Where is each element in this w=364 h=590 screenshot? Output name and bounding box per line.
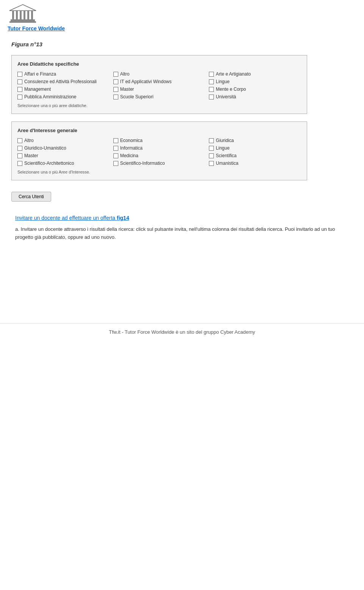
list-item: Pubblica Amministrazione	[17, 94, 110, 99]
svg-rect-2	[16, 11, 18, 19]
checkbox-master2[interactable]	[17, 153, 22, 158]
checkbox-label: Giuridico-Umanistico	[24, 145, 66, 151]
footer: Tfw.it - Tutor Force Worldwide è un sito…	[0, 323, 364, 341]
svg-rect-1	[12, 11, 14, 19]
logo-container: Tutor Force Worldwide	[8, 4, 356, 32]
checkbox-label: Lingue	[216, 145, 229, 151]
list-item: Scientifico-Informatico	[113, 161, 206, 166]
header: Tutor Force Worldwide	[0, 0, 364, 35]
list-item: Arte e Artigianato	[209, 71, 301, 77]
invite-section: Invitare un docente ad effettuare un off…	[11, 215, 353, 241]
checkbox-label: Informatica	[120, 145, 143, 151]
page-content: Figura n°13 Aree Didattiche specifiche A…	[0, 35, 364, 247]
list-item: Master	[17, 153, 110, 158]
checkbox-label: Economica	[120, 138, 143, 143]
checkbox-label: Scuole Superiori	[120, 94, 154, 99]
hint-didattiche: Selezionare una o più aree didattiche.	[17, 103, 301, 108]
checkbox-informatica[interactable]	[113, 146, 118, 151]
list-item: Consulenze ed Attività Professionali	[17, 79, 110, 84]
checkbox-management[interactable]	[17, 87, 22, 92]
checkbox-it[interactable]	[113, 79, 118, 84]
section-interesse: Aree d'Interesse generale Altro Economic…	[11, 121, 307, 180]
checkbox-scientifico-inf[interactable]	[113, 161, 118, 166]
checkbox-label: Altro	[24, 138, 34, 143]
checkbox-grid-interesse: Altro Economica Giuridica Giuridico-Uman…	[17, 138, 301, 166]
checkbox-label: Università	[216, 94, 236, 99]
checkbox-affari[interactable]	[17, 72, 22, 77]
checkbox-altro2[interactable]	[17, 138, 22, 143]
list-item: Management	[17, 87, 110, 92]
list-item: Scuole Superiori	[113, 94, 206, 99]
list-item: Master	[113, 87, 206, 92]
list-item: Altro	[17, 138, 110, 143]
list-item: Mente e Corpo	[209, 87, 301, 92]
list-item: Università	[209, 94, 301, 99]
list-item: Scientifico-Architettonico	[17, 161, 110, 166]
checkbox-giuridico-umanistico[interactable]	[17, 146, 22, 151]
svg-rect-8	[9, 21, 36, 23]
checkbox-label: Consulenze ed Attività Professionali	[24, 79, 97, 84]
checkbox-label: Arte e Artigianato	[216, 71, 251, 77]
list-item: Giuridico-Umanistico	[17, 145, 110, 151]
svg-rect-6	[31, 11, 33, 19]
checkbox-giuridica[interactable]	[209, 138, 214, 143]
checkbox-scuole[interactable]	[113, 95, 118, 99]
checkbox-label: Medicina	[120, 153, 138, 158]
checkbox-label: Scientifico-Architettonico	[24, 161, 74, 166]
logo-text[interactable]: Tutor Force Worldwide	[8, 25, 65, 32]
checkbox-label: Scientifico-Informatico	[120, 161, 165, 166]
logo-icon	[8, 4, 38, 25]
checkbox-umanistica[interactable]	[209, 161, 214, 166]
svg-marker-0	[9, 5, 36, 11]
checkbox-label: Altro	[120, 71, 130, 77]
checkbox-economica[interactable]	[113, 138, 118, 143]
list-item: Umanistica	[209, 161, 301, 166]
list-item: Affari e Finanza	[17, 71, 110, 77]
list-item: Economica	[113, 138, 206, 143]
list-item: Scientifica	[209, 153, 301, 158]
invite-text: a. Invitare un docente attraverso i risu…	[15, 226, 349, 241]
checkbox-mente[interactable]	[209, 87, 214, 92]
cerca-utenti-button[interactable]: Cerca Utenti	[11, 192, 51, 202]
checkbox-altro[interactable]	[113, 72, 118, 77]
list-item: Informatica	[113, 145, 206, 151]
checkbox-label: Giuridica	[216, 138, 234, 143]
checkbox-label: Affari e Finanza	[24, 71, 56, 77]
checkbox-label: Lingue	[216, 79, 229, 84]
checkbox-label: Umanistica	[216, 161, 238, 166]
checkbox-scientifica[interactable]	[209, 153, 214, 158]
section-interesse-title: Aree d'Interesse generale	[17, 128, 301, 133]
footer-text: Tfw.it - Tutor Force Worldwide è un sito…	[109, 329, 255, 335]
svg-rect-4	[24, 11, 25, 19]
checkbox-label: Management	[24, 87, 51, 92]
checkbox-pubblica[interactable]	[17, 95, 22, 99]
list-item: Medicina	[113, 153, 206, 158]
svg-rect-3	[20, 11, 22, 19]
svg-rect-7	[11, 19, 35, 21]
checkbox-medicina[interactable]	[113, 153, 118, 158]
list-item: Giuridica	[209, 138, 301, 143]
checkbox-master1[interactable]	[113, 87, 118, 92]
checkbox-arte[interactable]	[209, 72, 214, 77]
checkbox-label: IT ed Applicativi Windows	[120, 79, 172, 84]
checkbox-lingue1[interactable]	[209, 79, 214, 84]
checkbox-label: Master	[24, 153, 38, 158]
checkbox-label: Pubblica Amministrazione	[24, 94, 76, 99]
checkbox-lingue2[interactable]	[209, 146, 214, 151]
checkbox-label: Mente e Corpo	[216, 87, 246, 92]
checkbox-label: Master	[120, 87, 134, 92]
list-item: Lingue	[209, 145, 301, 151]
invite-link-container: Invitare un docente ad effettuare un off…	[15, 215, 349, 221]
checkbox-label: Scientifica	[216, 153, 237, 158]
section-didattiche-title: Aree Didattiche specifiche	[17, 61, 301, 67]
list-item: IT ed Applicativi Windows	[113, 79, 206, 84]
section-didattiche: Aree Didattiche specifiche Affari e Fina…	[11, 55, 307, 114]
figura-title: Figura n°13	[11, 41, 353, 47]
checkbox-consulenze[interactable]	[17, 79, 22, 84]
checkbox-universita[interactable]	[209, 95, 214, 99]
hint-interesse: Selezionare una o più Aree d'Interesse.	[17, 170, 301, 174]
invite-link[interactable]: Invitare un docente ad effettuare un off…	[15, 215, 129, 221]
list-item: Altro	[113, 71, 206, 77]
checkbox-scientifico-arch[interactable]	[17, 161, 22, 166]
list-item: Lingue	[209, 79, 301, 84]
